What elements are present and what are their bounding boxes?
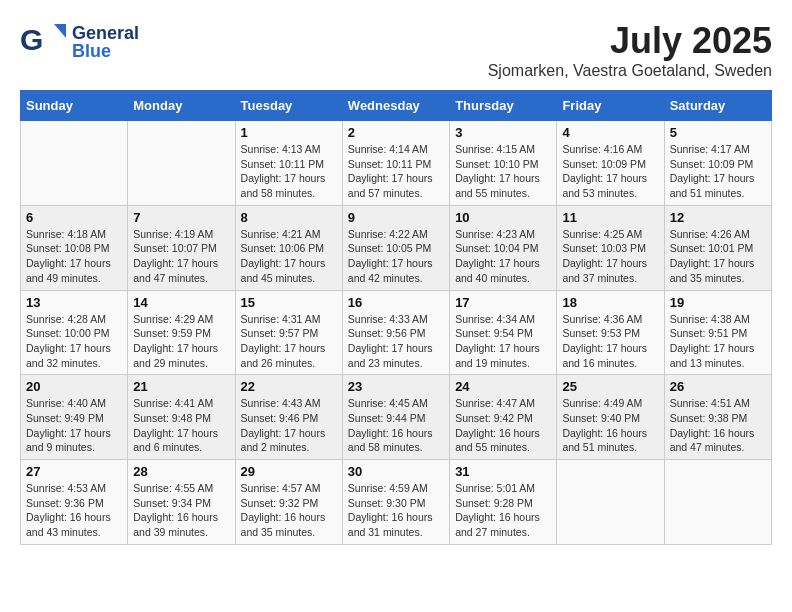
day-number: 30 bbox=[348, 464, 444, 479]
calendar-day-cell: 20Sunrise: 4:40 AM Sunset: 9:49 PM Dayli… bbox=[21, 375, 128, 460]
day-number: 24 bbox=[455, 379, 551, 394]
logo-icon: G bbox=[20, 20, 68, 64]
svg-text:G: G bbox=[20, 23, 43, 56]
calendar-day-cell: 7Sunrise: 4:19 AM Sunset: 10:07 PM Dayli… bbox=[128, 205, 235, 290]
calendar-day-cell: 19Sunrise: 4:38 AM Sunset: 9:51 PM Dayli… bbox=[664, 290, 771, 375]
day-number: 31 bbox=[455, 464, 551, 479]
day-info: Sunrise: 4:25 AM Sunset: 10:03 PM Daylig… bbox=[562, 227, 658, 286]
month-title: July 2025 bbox=[488, 20, 772, 62]
day-number: 16 bbox=[348, 295, 444, 310]
day-info: Sunrise: 4:55 AM Sunset: 9:34 PM Dayligh… bbox=[133, 481, 229, 540]
calendar-day-cell: 5Sunrise: 4:17 AM Sunset: 10:09 PM Dayli… bbox=[664, 121, 771, 206]
logo: G General Blue bbox=[20, 20, 139, 64]
calendar-day-cell: 2Sunrise: 4:14 AM Sunset: 10:11 PM Dayli… bbox=[342, 121, 449, 206]
svg-marker-1 bbox=[54, 24, 66, 38]
calendar-day-cell: 1Sunrise: 4:13 AM Sunset: 10:11 PM Dayli… bbox=[235, 121, 342, 206]
calendar-body: 1Sunrise: 4:13 AM Sunset: 10:11 PM Dayli… bbox=[21, 121, 772, 545]
calendar-table: SundayMondayTuesdayWednesdayThursdayFrid… bbox=[20, 90, 772, 545]
calendar-day-cell: 27Sunrise: 4:53 AM Sunset: 9:36 PM Dayli… bbox=[21, 460, 128, 545]
weekday-header-cell: Tuesday bbox=[235, 91, 342, 121]
day-info: Sunrise: 4:33 AM Sunset: 9:56 PM Dayligh… bbox=[348, 312, 444, 371]
calendar-day-cell: 4Sunrise: 4:16 AM Sunset: 10:09 PM Dayli… bbox=[557, 121, 664, 206]
day-number: 11 bbox=[562, 210, 658, 225]
day-info: Sunrise: 4:15 AM Sunset: 10:10 PM Daylig… bbox=[455, 142, 551, 201]
calendar-day-cell: 9Sunrise: 4:22 AM Sunset: 10:05 PM Dayli… bbox=[342, 205, 449, 290]
day-number: 12 bbox=[670, 210, 766, 225]
day-info: Sunrise: 4:38 AM Sunset: 9:51 PM Dayligh… bbox=[670, 312, 766, 371]
calendar-day-cell: 8Sunrise: 4:21 AM Sunset: 10:06 PM Dayli… bbox=[235, 205, 342, 290]
day-number: 6 bbox=[26, 210, 122, 225]
day-info: Sunrise: 4:18 AM Sunset: 10:08 PM Daylig… bbox=[26, 227, 122, 286]
weekday-header-cell: Friday bbox=[557, 91, 664, 121]
calendar-day-cell bbox=[664, 460, 771, 545]
day-number: 19 bbox=[670, 295, 766, 310]
calendar-day-cell: 30Sunrise: 4:59 AM Sunset: 9:30 PM Dayli… bbox=[342, 460, 449, 545]
day-info: Sunrise: 4:49 AM Sunset: 9:40 PM Dayligh… bbox=[562, 396, 658, 455]
calendar-day-cell: 16Sunrise: 4:33 AM Sunset: 9:56 PM Dayli… bbox=[342, 290, 449, 375]
day-number: 18 bbox=[562, 295, 658, 310]
calendar-day-cell: 11Sunrise: 4:25 AM Sunset: 10:03 PM Dayl… bbox=[557, 205, 664, 290]
calendar-day-cell: 15Sunrise: 4:31 AM Sunset: 9:57 PM Dayli… bbox=[235, 290, 342, 375]
day-info: Sunrise: 4:21 AM Sunset: 10:06 PM Daylig… bbox=[241, 227, 337, 286]
day-number: 10 bbox=[455, 210, 551, 225]
day-info: Sunrise: 4:51 AM Sunset: 9:38 PM Dayligh… bbox=[670, 396, 766, 455]
day-info: Sunrise: 4:36 AM Sunset: 9:53 PM Dayligh… bbox=[562, 312, 658, 371]
calendar-week-row: 13Sunrise: 4:28 AM Sunset: 10:00 PM Dayl… bbox=[21, 290, 772, 375]
calendar-day-cell: 24Sunrise: 4:47 AM Sunset: 9:42 PM Dayli… bbox=[450, 375, 557, 460]
calendar-day-cell: 23Sunrise: 4:45 AM Sunset: 9:44 PM Dayli… bbox=[342, 375, 449, 460]
title-area: July 2025 Sjomarken, Vaestra Goetaland, … bbox=[488, 20, 772, 80]
day-number: 21 bbox=[133, 379, 229, 394]
calendar-day-cell: 10Sunrise: 4:23 AM Sunset: 10:04 PM Dayl… bbox=[450, 205, 557, 290]
logo-line1: General bbox=[72, 24, 139, 42]
day-number: 13 bbox=[26, 295, 122, 310]
calendar-day-cell: 14Sunrise: 4:29 AM Sunset: 9:59 PM Dayli… bbox=[128, 290, 235, 375]
calendar-day-cell: 31Sunrise: 5:01 AM Sunset: 9:28 PM Dayli… bbox=[450, 460, 557, 545]
day-info: Sunrise: 4:41 AM Sunset: 9:48 PM Dayligh… bbox=[133, 396, 229, 455]
day-number: 4 bbox=[562, 125, 658, 140]
calendar-day-cell bbox=[128, 121, 235, 206]
logo-text: General Blue bbox=[72, 24, 139, 60]
day-number: 29 bbox=[241, 464, 337, 479]
calendar-day-cell: 6Sunrise: 4:18 AM Sunset: 10:08 PM Dayli… bbox=[21, 205, 128, 290]
day-info: Sunrise: 4:40 AM Sunset: 9:49 PM Dayligh… bbox=[26, 396, 122, 455]
day-info: Sunrise: 4:16 AM Sunset: 10:09 PM Daylig… bbox=[562, 142, 658, 201]
day-info: Sunrise: 4:26 AM Sunset: 10:01 PM Daylig… bbox=[670, 227, 766, 286]
calendar-day-cell: 21Sunrise: 4:41 AM Sunset: 9:48 PM Dayli… bbox=[128, 375, 235, 460]
weekday-header-cell: Wednesday bbox=[342, 91, 449, 121]
calendar-day-cell: 22Sunrise: 4:43 AM Sunset: 9:46 PM Dayli… bbox=[235, 375, 342, 460]
day-number: 22 bbox=[241, 379, 337, 394]
day-number: 3 bbox=[455, 125, 551, 140]
calendar-day-cell: 3Sunrise: 4:15 AM Sunset: 10:10 PM Dayli… bbox=[450, 121, 557, 206]
day-info: Sunrise: 4:23 AM Sunset: 10:04 PM Daylig… bbox=[455, 227, 551, 286]
day-info: Sunrise: 4:17 AM Sunset: 10:09 PM Daylig… bbox=[670, 142, 766, 201]
day-info: Sunrise: 4:19 AM Sunset: 10:07 PM Daylig… bbox=[133, 227, 229, 286]
day-number: 5 bbox=[670, 125, 766, 140]
day-info: Sunrise: 4:13 AM Sunset: 10:11 PM Daylig… bbox=[241, 142, 337, 201]
calendar-day-cell: 29Sunrise: 4:57 AM Sunset: 9:32 PM Dayli… bbox=[235, 460, 342, 545]
day-info: Sunrise: 4:14 AM Sunset: 10:11 PM Daylig… bbox=[348, 142, 444, 201]
calendar-day-cell: 28Sunrise: 4:55 AM Sunset: 9:34 PM Dayli… bbox=[128, 460, 235, 545]
day-number: 28 bbox=[133, 464, 229, 479]
location-title: Sjomarken, Vaestra Goetaland, Sweden bbox=[488, 62, 772, 80]
calendar-day-cell bbox=[21, 121, 128, 206]
day-info: Sunrise: 4:45 AM Sunset: 9:44 PM Dayligh… bbox=[348, 396, 444, 455]
calendar-day-cell: 25Sunrise: 4:49 AM Sunset: 9:40 PM Dayli… bbox=[557, 375, 664, 460]
day-number: 8 bbox=[241, 210, 337, 225]
page-header: G General Blue July 2025 Sjomarken, Vaes… bbox=[20, 20, 772, 80]
weekday-header-cell: Sunday bbox=[21, 91, 128, 121]
day-number: 20 bbox=[26, 379, 122, 394]
weekday-header-cell: Saturday bbox=[664, 91, 771, 121]
logo-line2: Blue bbox=[72, 42, 139, 60]
weekday-header-row: SundayMondayTuesdayWednesdayThursdayFrid… bbox=[21, 91, 772, 121]
day-number: 26 bbox=[670, 379, 766, 394]
day-info: Sunrise: 4:47 AM Sunset: 9:42 PM Dayligh… bbox=[455, 396, 551, 455]
day-number: 7 bbox=[133, 210, 229, 225]
calendar-week-row: 6Sunrise: 4:18 AM Sunset: 10:08 PM Dayli… bbox=[21, 205, 772, 290]
day-number: 23 bbox=[348, 379, 444, 394]
calendar-week-row: 1Sunrise: 4:13 AM Sunset: 10:11 PM Dayli… bbox=[21, 121, 772, 206]
calendar-day-cell: 12Sunrise: 4:26 AM Sunset: 10:01 PM Dayl… bbox=[664, 205, 771, 290]
calendar-week-row: 27Sunrise: 4:53 AM Sunset: 9:36 PM Dayli… bbox=[21, 460, 772, 545]
weekday-header-cell: Thursday bbox=[450, 91, 557, 121]
day-info: Sunrise: 5:01 AM Sunset: 9:28 PM Dayligh… bbox=[455, 481, 551, 540]
day-number: 27 bbox=[26, 464, 122, 479]
